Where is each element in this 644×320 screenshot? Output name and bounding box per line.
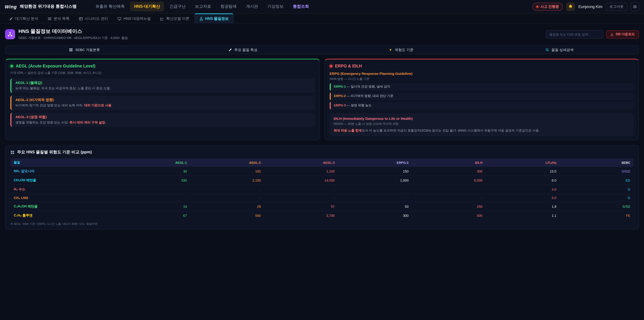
subnav-tab-1[interactable]: 대기확산 분석 [5, 14, 42, 23]
section-tab-label: SEBC 거동분류 [75, 48, 100, 52]
subnav-tab-3[interactable]: 시나리오 관리 [74, 14, 112, 23]
user-name: Eunjeong Kim [578, 5, 602, 9]
table-row-6: C₇H₈ 톨루엔675603,7003005001.1FE [10, 211, 634, 220]
subnav-tab-label: HNS 물질정보 [205, 16, 229, 21]
value-cell: 19 [116, 202, 190, 211]
table-row-2: CH₃OH 메탄올5302,10014,0001,0006,0006.0ED [10, 176, 634, 185]
value-cell: - [264, 185, 338, 194]
value-cell: 300 [338, 211, 412, 220]
value-cell: 4.0 [486, 185, 560, 194]
page-header-text: HNS 물질정보 데이터베이스 SEBC 거동분류 · CHRIS/CAMEO … [18, 28, 128, 40]
section-tab-3[interactable]: 위험도 기준 [322, 46, 480, 54]
table-body: NH₃ 암모니아301601,10015030015.0G/GDCH₃OH 메탄… [10, 167, 634, 220]
substance-cell: C₂H₅OH 에탄올 [10, 202, 116, 211]
column-header-2: AEGL-1 [116, 159, 190, 167]
aegl-card-title: AEGL (Acute Exposure Guideline Level) [16, 64, 96, 69]
aegl-card-subtitle: 미국 EPA — 일반인 급성 노출 기준 (10분, 30분, 60분, 4시… [10, 71, 314, 75]
pencil-icon [9, 17, 13, 21]
erpg-level-2: ERPG-2 — 비가역적 영향, 대피 판단 기준 [330, 93, 634, 100]
subnav-tab-label: 시나리오 관리 [85, 16, 108, 21]
section-tab-4[interactable]: 물질 상세검색 [480, 46, 639, 54]
value-cell: - [116, 194, 190, 202]
nav-item-7[interactable]: 기상정보 [263, 2, 288, 12]
aegl-status-dot-icon [10, 65, 13, 68]
subnav-tab-6[interactable]: HNS 물질정보 [194, 14, 234, 23]
value-cell: - [412, 194, 486, 202]
page-title: HNS 물질정보 데이터베이스 [18, 28, 128, 35]
idlh-subtitle: NIOSH — 30분 노출 시 생명·건강에 즉각적 위험 [334, 122, 630, 126]
nav-item-5[interactable]: 항공탐색 [216, 2, 240, 12]
nav-item-2[interactable]: HNS·대기확산 [130, 2, 164, 12]
value-cell: 57 [264, 202, 338, 211]
value-cell: 500 [412, 211, 486, 220]
aegl-level-emphasis: 즉시 대피·격리 구역 설정. [70, 120, 106, 124]
aegl-card: AEGL (Acute Exposure Guideline Level) 미국… [5, 59, 320, 140]
aegl-level-name: AEGL-1 (불쾌감) [16, 81, 310, 85]
section-tab-label: 위험도 기준 [395, 48, 414, 52]
page-subtitle: SEBC 거동분류 · CHRIS/CAMEO DB · AEGL/ERPG/I… [18, 36, 128, 40]
nav-item-3[interactable]: 긴급구난 [165, 2, 190, 12]
value-cell: 530 [116, 176, 190, 185]
section-tab-2[interactable]: 주요 물질 특성 [164, 46, 322, 54]
erpg-heading: ERPG (Emergency Response Planning Guidel… [330, 72, 634, 76]
nav-item-6[interactable]: 게시판 [242, 2, 262, 12]
guideline-cards: AEGL (Acute Exposure Guideline Level) 미국… [5, 59, 639, 140]
pencil-icon [228, 48, 232, 52]
grid-icon [10, 150, 14, 154]
grid-icon [69, 48, 73, 52]
substance-cell: C₇H₈ 톨루엔 [10, 211, 116, 220]
model-icon [160, 17, 164, 21]
aegl-level-3: AEGL-3 (생명 위협)생명을 위협하는 건강 영향 또는 사망. 즉시 대… [10, 113, 314, 127]
subnav-tab-label: 분석 목록 [54, 16, 70, 21]
value-cell: - [338, 194, 412, 202]
subnav-tab-2[interactable]: 분석 목록 [43, 14, 74, 23]
aegl-card-header: AEGL (Acute Exposure Guideline Level) [10, 64, 314, 69]
aegl-level-1: AEGL-1 (불쾌감)눈에 띄는 불쾌감, 자극 또는 비감각적 증상. 노출… [10, 79, 314, 93]
column-header-5: ERPG-2 [338, 159, 412, 167]
value-cell: G/GD [560, 167, 634, 176]
section-tab-label: 물질 상세검색 [552, 48, 574, 52]
value-cell: 6,000 [412, 176, 486, 185]
substance-cell: CH₄ LNG [10, 194, 116, 202]
substance-search-input[interactable] [546, 30, 604, 39]
notifications-button[interactable] [566, 2, 575, 11]
value-cell: 15.0 [486, 167, 560, 176]
subnav-tab-label: 확산모델 이론 [166, 16, 189, 21]
column-header-3: AEGL-2 [190, 159, 264, 167]
idlh-description-text: 로서 이 농도를 초과하면 자급식 호흡장치(SCBA) 없이는 진입 불가. … [362, 129, 540, 132]
nav-item-1[interactable]: 유출유 확산예측 [92, 2, 129, 12]
bell-icon [568, 4, 573, 9]
subnav-tab-label: 대기확산 분석 [15, 16, 38, 21]
nav-item-4[interactable]: 보고자료 [191, 2, 215, 12]
subnav-tab-4[interactable]: HNS 대응매뉴얼 [113, 14, 155, 23]
page-header: HNS 물질정보 데이터베이스 SEBC 거동분류 · CHRIS/CAMEO … [0, 24, 644, 44]
section-tab-1[interactable]: SEBC 거동분류 [5, 46, 164, 54]
incident-status-badge[interactable]: 사고 진행중 [532, 3, 563, 11]
sub-nav: 대기확산 분석분석 목록시나리오 관리HNS 대응매뉴얼확산모델 이론HNS 물… [0, 14, 644, 24]
value-cell: ED [560, 176, 634, 185]
db-download-button[interactable]: DB 다운로드 [606, 30, 639, 39]
brand[interactable]: Wing 해양환경 위기대응 통합시스템 [5, 4, 77, 10]
aegl-level-desc: 비가역적·장기적 건강 영향 또는 대피 능력 저하. 대피 기준으로 사용. [16, 103, 310, 108]
menu-button[interactable] [630, 2, 639, 11]
column-header-8: SEBC [560, 159, 634, 167]
page-icon-badge [5, 29, 15, 39]
search-icon [546, 48, 549, 52]
value-cell: 1,000 [338, 176, 412, 185]
subnav-tab-label: HNS 대응매뉴얼 [124, 16, 151, 21]
manual-icon [118, 17, 122, 21]
subnav-tab-5[interactable]: 확산모델 이론 [156, 14, 194, 23]
aegl-level-list: AEGL-1 (불쾌감)눈에 띄는 불쾌감, 자극 또는 비감각적 증상. 노출… [10, 79, 314, 127]
page-header-actions: DB 다운로드 [546, 30, 639, 39]
value-cell: - [264, 194, 338, 202]
nav-item-8[interactable]: 통합조회 [289, 2, 313, 12]
value-cell: FE [560, 211, 634, 220]
list-icon [48, 17, 52, 21]
value-cell: S/SD [560, 202, 634, 211]
value-cell: 29 [190, 202, 264, 211]
value-cell: - [190, 185, 264, 194]
aegl-level-name: AEGL-2 (비가역적 영향) [16, 98, 310, 102]
idlh-heading: IDLH (Immediately Dangerous to Life or H… [334, 116, 630, 121]
logout-button[interactable]: 로그아웃 [606, 3, 627, 11]
value-cell: 6.0 [486, 176, 560, 185]
